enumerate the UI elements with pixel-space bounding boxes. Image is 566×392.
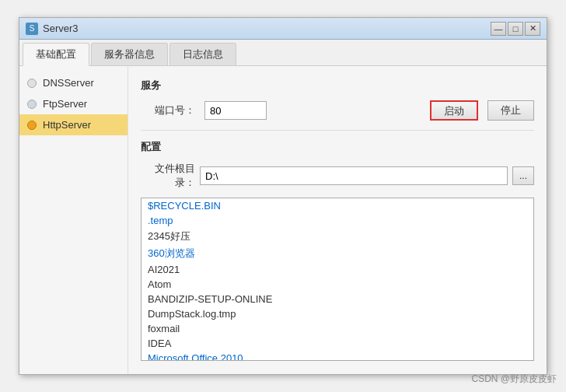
sidebar: DNSServer FtpServer HttpServer	[19, 66, 128, 374]
watermark: CSDN @野原皮皮虾	[471, 373, 557, 386]
window-icon: S	[26, 23, 38, 35]
file-list: $RECYCLE.BIN.temp2345好压360浏览器AI2021AtomB…	[142, 198, 533, 361]
sidebar-dot-http	[27, 121, 37, 130]
file-list-item[interactable]: BANDIZIP-SETUP-ONLINE	[142, 292, 533, 306]
maximize-button[interactable]: □	[508, 22, 523, 36]
file-list-item[interactable]: Microsoft Office 2010	[142, 351, 533, 361]
file-list-item[interactable]: IDEA	[142, 336, 533, 351]
file-list-item[interactable]: $RECYCLE.BIN	[142, 198, 533, 213]
sidebar-label-dns: DNSServer	[43, 77, 94, 89]
tab-basic[interactable]: 基础配置	[23, 43, 89, 66]
title-bar-left: S Server3	[26, 23, 79, 35]
tab-log[interactable]: 日志信息	[169, 43, 236, 65]
port-label: 端口号：	[141, 103, 195, 117]
sidebar-item-http[interactable]: HttpServer	[19, 114, 128, 135]
file-list-container[interactable]: $RECYCLE.BIN.temp2345好压360浏览器AI2021AtomB…	[141, 198, 534, 361]
file-list-item[interactable]: 2345好压	[142, 228, 533, 245]
sidebar-dot-ftp	[27, 100, 37, 109]
window-title: Server3	[43, 23, 79, 34]
minimize-button[interactable]: —	[491, 22, 506, 36]
content-area: DNSServer FtpServer HttpServer 服务 端口号： 启…	[19, 66, 547, 374]
title-bar: S Server3 — □ ✕	[19, 18, 547, 40]
sidebar-label-http: HttpServer	[43, 119, 91, 131]
service-section-title: 服务	[141, 79, 534, 93]
close-button[interactable]: ✕	[525, 22, 540, 36]
title-buttons: — □ ✕	[491, 22, 540, 36]
file-list-item[interactable]: DumpStack.log.tmp	[142, 306, 533, 321]
tab-bar: 基础配置 服务器信息 日志信息	[19, 40, 547, 66]
sidebar-label-ftp: FtpServer	[43, 98, 87, 110]
tab-server-info[interactable]: 服务器信息	[91, 43, 168, 65]
file-root-label: 文件根目录：	[141, 162, 195, 190]
main-window: S Server3 — □ ✕ 基础配置 服务器信息 日志信息 DNSServe…	[19, 17, 547, 375]
sidebar-dot-dns	[27, 79, 37, 88]
file-list-item[interactable]: foxmail	[142, 321, 533, 336]
section-divider	[141, 130, 534, 131]
port-input[interactable]	[204, 101, 267, 120]
main-content: 服务 端口号： 启动 停止 配置 文件根目录： ... $RECYCLE.BIN…	[128, 66, 547, 374]
sidebar-item-dns[interactable]: DNSServer	[19, 72, 128, 93]
stop-button[interactable]: 停止	[487, 100, 534, 121]
file-root-row: 文件根目录： ...	[141, 162, 534, 190]
sidebar-item-ftp[interactable]: FtpServer	[19, 93, 128, 114]
file-list-item[interactable]: .temp	[142, 213, 533, 228]
file-list-item[interactable]: AI2021	[142, 262, 533, 277]
file-list-item[interactable]: Atom	[142, 277, 533, 292]
config-section-title: 配置	[141, 140, 534, 154]
file-list-item[interactable]: 360浏览器	[142, 245, 533, 262]
start-button[interactable]: 启动	[430, 100, 478, 121]
port-row: 端口号： 启动 停止	[141, 100, 534, 121]
browse-button[interactable]: ...	[512, 166, 534, 185]
file-root-input[interactable]	[200, 166, 508, 185]
